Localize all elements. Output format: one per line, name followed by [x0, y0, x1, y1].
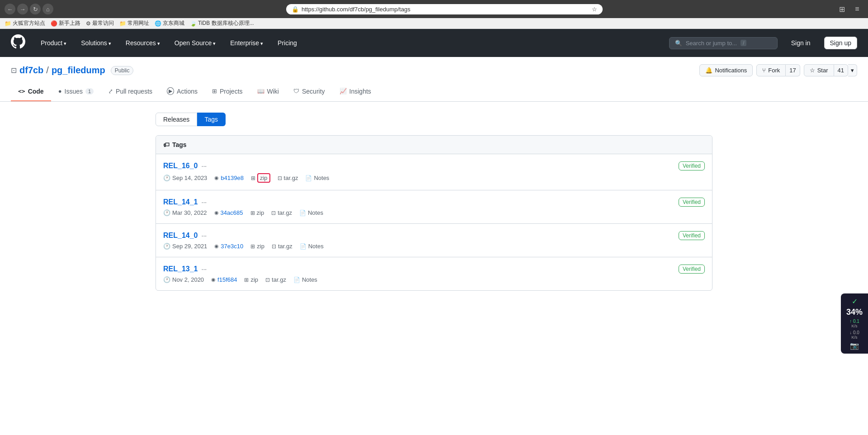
- tag-date-rel141: 🕐 Mar 30, 2022: [163, 209, 207, 216]
- repo-name-link[interactable]: pg_filedump: [52, 65, 105, 76]
- back-button[interactable]: ←: [5, 4, 15, 14]
- bookmark-tidb[interactable]: 🍃 TiDB 数据库核心原理...: [190, 19, 254, 27]
- notes-icon-rel140: 📄: [300, 243, 307, 250]
- tag-commit-rel131: ◉ f15f684: [211, 276, 237, 283]
- tag-meta-rel131: 🕐 Nov 2, 2020 ◉ f15f684 ⊞ zip ⊡ tar.gz 📄: [163, 276, 705, 283]
- nav-product[interactable]: Product: [38, 36, 69, 50]
- commit-link-rel131[interactable]: f15f684: [217, 276, 237, 283]
- tab-actions[interactable]: ▶ Actions: [160, 82, 205, 101]
- tag-commit-rel16: ◉ b4139e8: [214, 175, 244, 181]
- clock-icon: 🕐: [163, 175, 170, 181]
- tag-notes-rel16[interactable]: 📄 Notes: [305, 175, 329, 181]
- tab-code[interactable]: <> Code: [11, 82, 51, 101]
- repo-visibility-badge: Public: [111, 66, 134, 75]
- search-shortcut: /: [741, 40, 746, 46]
- zip-icon-rel16: ⊞: [251, 175, 255, 181]
- tab-security[interactable]: 🛡 Security: [286, 82, 332, 101]
- releases-tab-button[interactable]: Releases: [156, 113, 197, 126]
- tag-targz-rel131[interactable]: ⊡ tar.gz: [265, 276, 286, 283]
- verified-badge-rel140: Verified: [679, 231, 705, 240]
- tag-dots-rel140[interactable]: ···: [202, 232, 207, 239]
- star-count[interactable]: 41: [834, 64, 848, 76]
- tag-zip-rel141[interactable]: ⊞ zip: [250, 209, 264, 216]
- repo-owner-link[interactable]: df7cb: [19, 65, 43, 76]
- tab-insights[interactable]: 📈 Insights: [332, 82, 378, 101]
- bookmark-changyong[interactable]: 📁 常用网址: [119, 19, 149, 27]
- tag-name-rel141[interactable]: REL_14_1: [163, 198, 198, 206]
- commit-link-rel141[interactable]: 34ac685: [221, 209, 243, 216]
- bookmark-icon: 📁: [5, 20, 11, 27]
- repo-action-buttons: Notifications ⑂ Fork 17 ☆ Star 41 ▾: [699, 64, 857, 76]
- github-topnav: Product Solutions Resources Open Source …: [0, 29, 868, 57]
- opensource-chevron-icon: [213, 39, 216, 47]
- tag-zip-rel131[interactable]: ⊞ zip: [244, 276, 258, 283]
- tab-issues[interactable]: ● Issues 1: [51, 82, 101, 101]
- bookmark-huohu[interactable]: 📁 火狐官方站点: [5, 19, 45, 27]
- tag-zip-rel16[interactable]: ⊞ zip: [251, 173, 270, 183]
- home-button[interactable]: ⌂: [42, 4, 53, 14]
- menu-button[interactable]: ≡: [851, 3, 863, 15]
- forward-button[interactable]: →: [17, 4, 28, 14]
- zip-icon-rel140: ⊞: [250, 243, 255, 250]
- tag-notes-rel141[interactable]: 📄 Notes: [299, 209, 323, 216]
- github-logo[interactable]: [11, 34, 25, 52]
- tags-tab-button[interactable]: Tags: [197, 113, 226, 126]
- tab-projects[interactable]: ⊞ Projects: [205, 82, 250, 101]
- targz-icon-rel16: ⊡: [278, 175, 282, 181]
- tab-wiki[interactable]: 📖 Wiki: [250, 82, 286, 101]
- tag-notes-rel131[interactable]: 📄 Notes: [293, 276, 317, 283]
- extensions-button[interactable]: ⊞: [835, 3, 848, 15]
- commit-icon: ◉: [214, 210, 219, 216]
- projects-icon: ⊞: [212, 88, 217, 95]
- signin-button[interactable]: Sign in: [787, 37, 815, 49]
- commit-icon: ◉: [211, 277, 216, 283]
- zip-icon-rel141: ⊞: [250, 210, 255, 216]
- nav-opensource[interactable]: Open Source: [172, 36, 219, 50]
- commit-link-rel16[interactable]: b4139e8: [221, 175, 244, 181]
- notifications-button[interactable]: Notifications: [699, 64, 753, 76]
- tag-name-rel16[interactable]: REL_16_0: [163, 162, 198, 170]
- star-button[interactable]: ☆ Star: [804, 64, 834, 76]
- tidb-icon: 🍃: [190, 20, 197, 27]
- side-widget: ✓ 34% ↑ 0.1 K/s ↓ 0.0 K/s 📷: [841, 293, 868, 302]
- issues-count-badge: 1: [85, 88, 94, 95]
- fork-button[interactable]: ⑂ Fork: [756, 64, 786, 76]
- tag-meta-rel16: 🕐 Sep 14, 2023 ◉ b4139e8 ⊞ zip ⊡ tar.gz …: [163, 173, 705, 183]
- tag-zip-rel140[interactable]: ⊞ zip: [250, 243, 264, 250]
- breadcrumb-row: ⊡ df7cb / pg_filedump Public Notificatio…: [11, 64, 857, 76]
- tags-section: 🏷 Tags REL_16_0 ··· Verified 🕐 Sep 14, 2…: [156, 135, 712, 291]
- search-icon: 🔍: [675, 40, 682, 47]
- address-bar[interactable]: 🔒 https://github.com/df7cb/pg_filedump/t…: [286, 4, 603, 14]
- tag-commit-rel141: ◉ 34ac685: [214, 209, 243, 216]
- search-box[interactable]: 🔍 Search or jump to... /: [669, 37, 778, 49]
- tag-dots-rel131[interactable]: ···: [202, 265, 207, 273]
- tag-notes-rel140[interactable]: 📄 Notes: [300, 243, 324, 250]
- tag-targz-rel16[interactable]: ⊡ tar.gz: [278, 175, 298, 181]
- signup-button[interactable]: Sign up: [824, 37, 857, 49]
- notes-icon-rel141: 📄: [299, 210, 306, 216]
- tab-pull-requests[interactable]: ⤤ Pull requests: [101, 82, 160, 101]
- fork-count[interactable]: 17: [786, 64, 800, 76]
- security-icon: 🛡: [293, 88, 299, 95]
- tag-dots-rel16[interactable]: ···: [202, 162, 207, 170]
- tag-name-rel131[interactable]: REL_13_1: [163, 265, 198, 273]
- bookmark-zuichang[interactable]: ⚙ 最常访问: [86, 19, 114, 27]
- fork-button-group: ⑂ Fork 17: [756, 64, 800, 76]
- nav-solutions[interactable]: Solutions: [78, 36, 114, 50]
- tag-dots-rel141[interactable]: ···: [202, 199, 207, 206]
- tag-name-rel140[interactable]: REL_14_0: [163, 232, 198, 240]
- tag-targz-rel140[interactable]: ⊡ tar.gz: [272, 243, 292, 250]
- nav-enterprise[interactable]: Enterprise: [227, 36, 266, 50]
- nav-pricing[interactable]: Pricing: [275, 36, 300, 50]
- nav-resources[interactable]: Resources: [123, 36, 163, 50]
- breadcrumb-separator: /: [46, 65, 49, 76]
- commit-link-rel140[interactable]: 37e3c10: [221, 243, 243, 250]
- star-dropdown[interactable]: ▾: [848, 64, 857, 76]
- bookmark-xinshoushanlu[interactable]: 🔴 新手上路: [51, 19, 80, 27]
- star-bookmark-icon: ☆: [592, 6, 597, 13]
- bookmark-jingdong[interactable]: 🌐 京东商城: [155, 19, 184, 27]
- tag-targz-rel141[interactable]: ⊡ tar.gz: [271, 209, 292, 216]
- tag-row: REL_16_0 ··· Verified 🕐 Sep 14, 2023 ◉ b…: [156, 154, 712, 190]
- resources-chevron-icon: [157, 39, 160, 47]
- reload-button[interactable]: ↻: [30, 4, 41, 14]
